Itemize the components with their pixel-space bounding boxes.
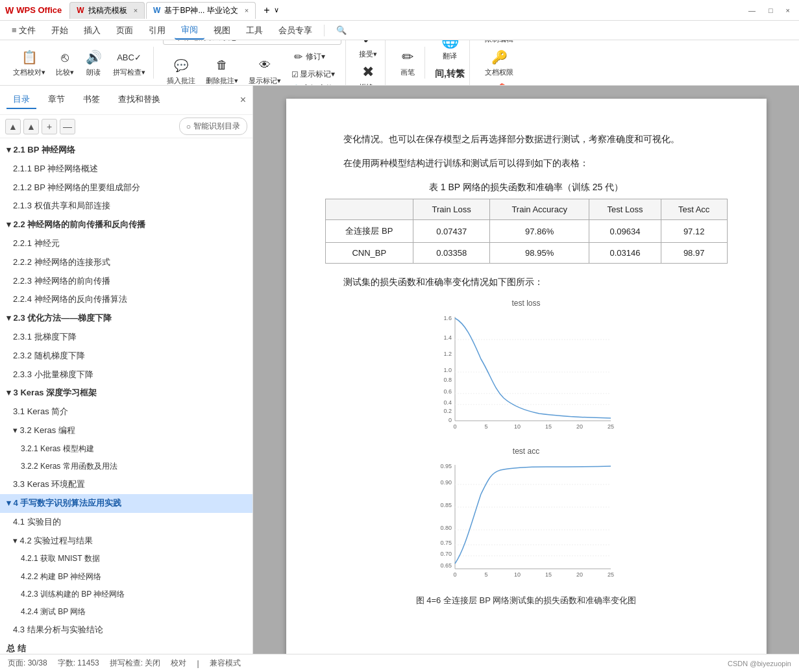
menu-insert[interactable]: 插入 bbox=[77, 22, 107, 39]
menu-vip[interactable]: 会员专享 bbox=[272, 22, 319, 39]
toc-item-conclusion[interactable]: 总 结 bbox=[0, 640, 252, 654]
svg-text:0.70: 0.70 bbox=[440, 551, 452, 557]
toc-item-423[interactable]: 4.2.3 训练构建的 BP 神经网络 bbox=[0, 586, 252, 603]
menu-start[interactable]: 开始 bbox=[45, 22, 75, 39]
menu-tools[interactable]: 工具 bbox=[240, 22, 269, 39]
accept-icon: ✔ bbox=[359, 40, 377, 48]
trad-simp-button[interactable]: 间,转繁 繁,转简 bbox=[434, 64, 465, 86]
collapse-button[interactable]: — bbox=[60, 119, 75, 134]
svg-text:0: 0 bbox=[448, 417, 451, 423]
content-area[interactable]: 变化情况。也可以在保存模型之后再选择部分数据进行测试，考察准确度和可视化。 在使… bbox=[253, 86, 799, 654]
toc-item-422[interactable]: 4.2.2 构建 BP 神经网络 bbox=[0, 568, 252, 586]
doc-perm-button[interactable]: 🔑 文档权限 bbox=[481, 47, 517, 79]
toc-item-3[interactable]: ▾ 3 Keras 深度学习框架 bbox=[0, 384, 252, 403]
toc-item-233[interactable]: 2.3.3 小批量梯度下降 bbox=[0, 366, 252, 384]
ai-toc-icon: ○ bbox=[186, 122, 191, 131]
toc-item-424[interactable]: 4.2.4 测试 BP 网络 bbox=[0, 603, 252, 621]
menu-file[interactable]: ≡ 文件 bbox=[5, 22, 42, 39]
toc-item-421[interactable]: 4.2.1 获取 MNIST 数据 bbox=[0, 550, 252, 567]
read-label: 朗读 bbox=[86, 68, 101, 77]
toc-item-23[interactable]: ▾ 2.3 优化方法——梯度下降 bbox=[0, 309, 252, 328]
toc-item-21[interactable]: ▾ 2.1 BP 神经网络 bbox=[0, 141, 252, 160]
delete-comment-label: 删除批注▾ bbox=[206, 76, 238, 86]
menu-search[interactable]: 🔍 bbox=[330, 23, 353, 38]
status-check[interactable]: 校对 bbox=[171, 658, 186, 669]
statusbar: 页面: 30/38 字数: 11453 拼写检查: 关闭 校对 | 兼容模式 C… bbox=[0, 654, 799, 672]
chart1-svg: 1.6 1.4 1.2 1.0 0.8 0.6 0.4 0.2 0 0 5 10… bbox=[429, 310, 624, 440]
show-markup-button[interactable]: ☑ 显示标记▾ bbox=[288, 68, 341, 81]
compare-button[interactable]: ⎋ 比较▾ bbox=[52, 47, 78, 79]
reject-button[interactable]: ✖ 拒绝▾ bbox=[355, 62, 381, 86]
toc-item-4[interactable]: ▾ 4 手写数字识别算法应用实践 bbox=[0, 494, 252, 513]
toc-item-224[interactable]: 2.2.4 神经网络的反向传播算法 bbox=[0, 290, 252, 309]
ai-toc-button[interactable]: ○ 智能识别目录 bbox=[179, 118, 247, 135]
doc-locate-button[interactable]: 📌 文档定稿▾ bbox=[479, 80, 519, 86]
menu-review[interactable]: 审阅 bbox=[175, 21, 204, 40]
spell-button[interactable]: ABC✓ 拼写检查▾ bbox=[109, 47, 149, 79]
toc-item-322[interactable]: 3.2.2 Keras 常用函数及用法 bbox=[0, 458, 252, 475]
toc-item-22[interactable]: ▾ 2.2 神经网络的前向传播和反向传播 bbox=[0, 216, 252, 234]
insert-comment-button[interactable]: 💬 插入批注 bbox=[163, 55, 199, 86]
toc-item-33[interactable]: 3.3 Keras 环境配置 bbox=[0, 475, 252, 494]
minimize-button[interactable]: — bbox=[744, 5, 759, 16]
table-cell-cnn-testloss: 0.03146 bbox=[589, 243, 661, 264]
table-header-trainloss: Train Loss bbox=[413, 199, 490, 220]
toc-item-221[interactable]: 2.2.1 神经元 bbox=[0, 234, 252, 253]
table-cell-fc-trainloss: 0.07437 bbox=[413, 220, 490, 243]
toc-item-211[interactable]: 2.1.1 BP 神经网络概述 bbox=[0, 160, 252, 179]
dropdown-label: 显示标记的最终状态 bbox=[167, 40, 238, 43]
expand-up-button[interactable]: ▲ bbox=[23, 119, 39, 134]
svg-text:5: 5 bbox=[484, 423, 487, 430]
tab-add[interactable]: + ∨ bbox=[257, 2, 285, 19]
menu-view[interactable]: 视图 bbox=[207, 22, 237, 39]
doc-check-button[interactable]: 📋 文档校对▾ bbox=[9, 47, 49, 79]
toc-item-213[interactable]: 2.1.3 权值共享和局部连接 bbox=[0, 197, 252, 216]
sidebar-tab-findreplace[interactable]: 查找和替换 bbox=[112, 91, 167, 109]
draw-label: 画笔 bbox=[400, 68, 415, 77]
svg-text:10: 10 bbox=[513, 571, 520, 578]
accept-button[interactable]: ✔ 接受▾ bbox=[355, 40, 381, 60]
toolbar-group-accept: ✔ 接受▾ ✖ 拒绝▾ bbox=[351, 40, 386, 86]
delete-comment-button[interactable]: 🗑 删除批注▾ bbox=[202, 55, 242, 86]
toc-item-31[interactable]: 3.1 Keras 简介 bbox=[0, 403, 252, 421]
accept-label: 接受▾ bbox=[359, 49, 377, 59]
toc-item-222[interactable]: 2.2.2 神经网络的连接形式 bbox=[0, 253, 252, 272]
toc-item-223[interactable]: 2.2.3 神经网络的前向传播 bbox=[0, 272, 252, 291]
tab-more-icon: ∨ bbox=[274, 6, 279, 14]
read-button[interactable]: 🔊 朗读 bbox=[80, 47, 106, 79]
table-cell-cnn-trainacc: 98.95% bbox=[490, 243, 589, 264]
tab-template-close[interactable]: × bbox=[134, 6, 138, 14]
draw-button[interactable]: ✏ 画笔 bbox=[395, 47, 421, 79]
menu-ref[interactable]: 引用 bbox=[142, 22, 172, 39]
sidebar-tab-bookmark[interactable]: 书签 bbox=[77, 91, 106, 109]
status-spell: 拼写检查: 关闭 bbox=[110, 658, 161, 669]
show-mark-button[interactable]: 👁 显示标记▾ bbox=[245, 55, 285, 86]
toc-item-232[interactable]: 2.3.2 随机梯度下降 bbox=[0, 347, 252, 366]
expand-down-button[interactable]: + bbox=[42, 119, 57, 134]
toc-item-231[interactable]: 2.3.1 批梯度下降 bbox=[0, 328, 252, 347]
toc-item-32[interactable]: ▾ 3.2 Keras 编程 bbox=[0, 421, 252, 440]
toc-item-41[interactable]: 4.1 实验目的 bbox=[0, 513, 252, 532]
menu-page[interactable]: 页面 bbox=[110, 22, 140, 39]
limit-edit-button[interactable]: 🔒 限制编辑 bbox=[481, 40, 517, 45]
toc-item-42[interactable]: ▾ 4.2 实验过程与结果 bbox=[0, 532, 252, 551]
tab-template[interactable]: W 找稿壳模板 × bbox=[69, 2, 145, 19]
tab-doc-close[interactable]: × bbox=[245, 6, 249, 14]
menubar: ≡ 文件 开始 插入 页面 引用 审阅 视图 工具 会员专享 🔍 bbox=[0, 21, 799, 40]
limit-edit-label: 限制编辑 bbox=[485, 40, 513, 44]
close-button[interactable]: × bbox=[782, 5, 794, 16]
maximize-button[interactable]: □ bbox=[765, 5, 777, 16]
tab-doc[interactable]: W 基于BP神... 毕业论文 × bbox=[146, 2, 256, 19]
collapse-all-button[interactable]: ▲ bbox=[5, 119, 21, 134]
toc-item-321[interactable]: 3.2.1 Keras 模型构建 bbox=[0, 440, 252, 458]
sidebar-tab-chapter[interactable]: 章节 bbox=[42, 91, 71, 109]
toc-item-43[interactable]: 4.3 结果分析与实验结论 bbox=[0, 621, 252, 640]
toolbar-row-2: 显示标记的最终状态 ▾ 💬 插入批注 🗑 删除批注▾ 👁 显示标记▾ bbox=[163, 40, 341, 86]
revise-button[interactable]: ✏ 修订▾ bbox=[288, 46, 341, 67]
sidebar-tab-toc[interactable]: 目录 bbox=[6, 91, 36, 109]
translate-button[interactable]: 🌐 翻译 bbox=[437, 40, 463, 62]
sidebar-close-button[interactable]: × bbox=[240, 94, 246, 106]
toc-item-212[interactable]: 2.1.2 BP 神经网络的里要组成部分 bbox=[0, 179, 252, 197]
show-state-dropdown[interactable]: 显示标记的最终状态 ▾ bbox=[163, 40, 341, 45]
svg-text:5: 5 bbox=[484, 571, 487, 578]
